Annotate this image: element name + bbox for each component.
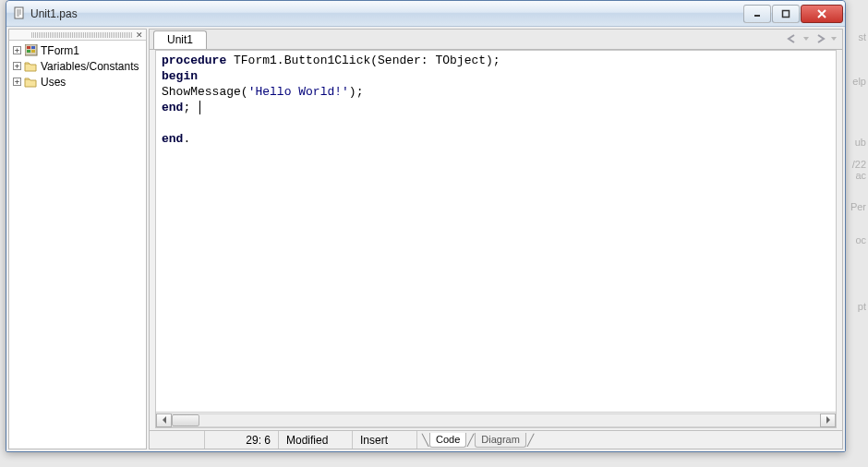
tree-item-label: TForm1: [41, 44, 79, 57]
maximize-button[interactable]: [772, 5, 800, 23]
keyword: end: [162, 132, 183, 146]
nav-forward-dropdown[interactable]: [831, 32, 837, 45]
structure-tree[interactable]: + TForm1 + Variables/Constants +: [9, 41, 146, 449]
editor-main: Unit1 procedure TForm1.Button1Click(Send…: [149, 29, 843, 449]
code-text: ShowMessage(: [162, 85, 248, 99]
structure-tree-panel: ✕ + TForm1 + Variables/Constants: [8, 29, 147, 449]
status-blank: [150, 431, 205, 449]
expand-icon[interactable]: +: [13, 62, 21, 70]
code-text: .: [183, 132, 190, 146]
form-icon: [24, 44, 38, 57]
code-text: ;: [183, 101, 198, 114]
svg-rect-2: [783, 10, 790, 17]
expand-icon[interactable]: +: [13, 78, 21, 86]
bg-text: elp: [852, 76, 866, 87]
tab-code[interactable]: Code: [429, 433, 466, 448]
titlebar[interactable]: Unit1.pas: [6, 1, 845, 27]
status-position: 29: 6: [205, 431, 279, 449]
editor-wrap: procedure TForm1.Button1Click(Sender: TO…: [155, 50, 837, 428]
tab-divider: ╱: [467, 434, 474, 447]
minimize-button[interactable]: [743, 5, 771, 23]
folder-icon: [24, 60, 38, 73]
window-title: Unit1.pas: [30, 7, 743, 20]
bg-text: pt: [858, 301, 866, 312]
tree-item-uses[interactable]: + Uses: [11, 74, 144, 90]
statusbar: 29: 6 Modified Insert ╲ Code ╱ Diagram ╱: [150, 430, 842, 449]
svg-rect-3: [25, 44, 37, 55]
bg-text: /22: [852, 159, 866, 170]
svg-rect-7: [31, 50, 35, 53]
scroll-right-button[interactable]: [820, 413, 836, 427]
tree-close-icon[interactable]: ✕: [136, 30, 143, 40]
tree-item-label: Uses: [41, 76, 66, 89]
code-text: );: [349, 85, 364, 99]
status-insert-mode: Insert: [353, 431, 417, 449]
text-cursor: [199, 101, 200, 114]
client-area: ✕ + TForm1 + Variables/Constants: [6, 27, 845, 451]
view-mode-tabs: ╲ Code ╱ Diagram ╱: [417, 431, 535, 449]
nav-back-dropdown[interactable]: [803, 32, 809, 45]
tab-divider: ╲: [422, 434, 428, 447]
scroll-thumb[interactable]: [172, 414, 199, 426]
tab-divider: ╱: [527, 434, 534, 447]
window-controls: [743, 5, 843, 23]
code-editor[interactable]: procedure TForm1.Button1Click(Sender: TO…: [156, 51, 836, 412]
keyword: end: [162, 101, 183, 114]
status-modified: Modified: [279, 431, 353, 449]
svg-rect-6: [27, 50, 30, 53]
bg-text: ub: [855, 137, 866, 148]
tab-unit1[interactable]: Unit1: [153, 30, 207, 49]
nav-arrows: [785, 32, 837, 45]
folder-icon: [24, 76, 38, 89]
close-button[interactable]: [801, 5, 843, 23]
string-literal: 'Hello World!': [248, 85, 349, 99]
document-icon: [12, 6, 26, 20]
bg-text: Per: [850, 201, 866, 212]
nav-forward-button[interactable]: [813, 32, 827, 45]
ide-window: Unit1.pas ✕ +: [6, 0, 846, 452]
bg-text: st: [858, 31, 866, 42]
tab-row: Unit1: [150, 30, 842, 50]
horizontal-scrollbar[interactable]: [156, 412, 836, 427]
tree-item-label: Variables/Constants: [41, 60, 139, 73]
code-text: TForm1.Button1Click(Sender: TObject);: [226, 54, 500, 67]
nav-back-button[interactable]: [785, 32, 800, 45]
expand-icon[interactable]: +: [13, 46, 21, 54]
tree-grip[interactable]: [31, 32, 133, 38]
svg-rect-4: [27, 46, 30, 49]
tree-item-variables[interactable]: + Variables/Constants: [11, 58, 144, 74]
bg-text: ac: [855, 170, 866, 181]
keyword: begin: [162, 69, 198, 83]
scroll-track[interactable]: [172, 413, 820, 427]
scroll-left-button[interactable]: [156, 413, 172, 427]
tree-item-tform1[interactable]: + TForm1: [11, 42, 144, 58]
tree-header: ✕: [9, 30, 146, 41]
keyword: procedure: [162, 54, 226, 67]
tab-diagram[interactable]: Diagram: [475, 433, 526, 448]
svg-rect-5: [31, 46, 35, 49]
bg-text: oc: [855, 234, 866, 245]
svg-rect-0: [15, 7, 23, 18]
